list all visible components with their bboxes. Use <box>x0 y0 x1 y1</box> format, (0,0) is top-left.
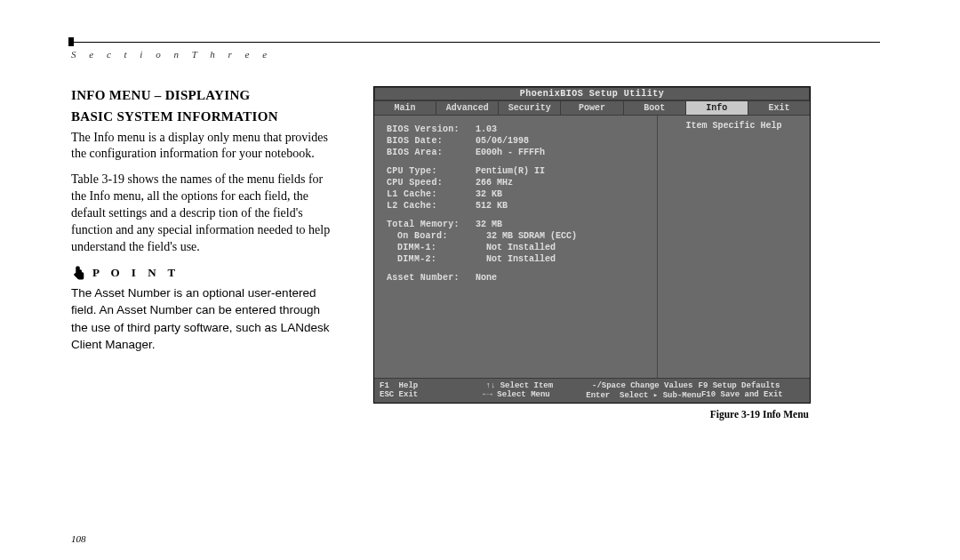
bios-footer-hint: Enter Select ▸ Sub-Menu <box>586 390 701 400</box>
bios-footer-hint: F9 Setup Defaults <box>699 381 805 390</box>
bios-field-value: 32 MB <box>476 220 502 229</box>
bios-title: PhoenixBIOS Setup Utility <box>374 87 810 100</box>
bios-field-label: Total Memory: <box>387 220 476 229</box>
bios-field-value: Pentium(R) II <box>476 166 545 176</box>
bios-field-value: Not Installed <box>486 243 556 252</box>
bios-row: BIOS Date:05/06/1998 <box>387 136 648 146</box>
point-body: The Asset Number is an optional user-ent… <box>71 284 338 354</box>
bios-field-label: CPU Type: <box>387 166 476 176</box>
bios-tab-advanced: Advanced <box>436 101 499 115</box>
bios-footer: F1 Help↑↓ Select Item-/Space Change Valu… <box>374 378 810 403</box>
bios-field-label: L1 Cache: <box>387 189 476 199</box>
bios-field-value: 266 MHz <box>476 178 513 188</box>
bios-field-value: 1.03 <box>476 124 497 134</box>
bios-tab-exit: Exit <box>748 101 810 115</box>
bios-field-label: BIOS Area: <box>387 148 476 157</box>
top-rule <box>71 42 880 43</box>
bios-row: CPU Type:Pentium(R) II <box>387 166 648 176</box>
heading-line1: INFO MENU – DISPLAYING <box>71 86 338 104</box>
bios-row: Total Memory:32 MB <box>387 220 648 229</box>
bios-footer-hint: ←→ Select Menu <box>483 390 586 400</box>
table-para: Table 3-19 shows the names of the menu f… <box>71 172 338 255</box>
bios-field-value: 32 KB <box>476 189 502 199</box>
intro-para: The Info menu is a display only menu tha… <box>71 130 338 164</box>
bios-field-label: BIOS Date: <box>387 136 476 146</box>
bios-tab-boot: Boot <box>624 101 686 115</box>
left-column: INFO MENU – DISPLAYING BASIC SYSTEM INFO… <box>71 86 338 420</box>
heading-line2: BASIC SYSTEM INFORMATION <box>71 108 338 125</box>
bios-help-title: Item Specific Help <box>665 121 803 131</box>
section-label: S e c t i o n T h r e e <box>71 49 880 60</box>
right-column: PhoenixBIOS Setup Utility MainAdvancedSe… <box>373 86 880 420</box>
bios-field-label: DIMM-2: <box>397 254 486 264</box>
bios-tabs: MainAdvancedSecurityPowerBootInfoExit <box>374 100 810 116</box>
bios-tab-security: Security <box>499 101 561 115</box>
bios-row: DIMM-1:Not Installed <box>387 243 648 252</box>
bios-footer-hint: F1 Help <box>380 381 486 390</box>
bios-row: L1 Cache:32 KB <box>387 189 648 199</box>
bios-footer-row: ESC Exit←→ Select MenuEnter Select ▸ Sub… <box>380 390 804 400</box>
bios-tab-info: Info <box>686 101 748 115</box>
bios-screenshot: PhoenixBIOS Setup Utility MainAdvancedSe… <box>373 86 811 404</box>
bios-field-value: Not Installed <box>486 254 556 264</box>
bios-field-label: On Board: <box>397 231 486 241</box>
hand-point-icon <box>71 265 87 281</box>
bios-row: BIOS Area:E000h - FFFFh <box>387 148 648 157</box>
bios-row: L2 Cache:512 KB <box>387 201 648 211</box>
bios-field-value: 05/06/1998 <box>476 136 529 146</box>
bios-field-label: CPU Speed: <box>387 178 476 188</box>
bios-field-label: Asset Number: <box>387 273 476 283</box>
bios-footer-row: F1 Help↑↓ Select Item-/Space Change Valu… <box>380 381 804 390</box>
bios-row: Asset Number:None <box>387 273 648 283</box>
bios-footer-hint: -/Space Change Values <box>592 381 699 390</box>
bios-info-panel: BIOS Version:1.03BIOS Date:05/06/1998BIO… <box>374 116 658 378</box>
point-label: P O I N T <box>92 265 180 281</box>
bios-row: BIOS Version:1.03 <box>387 124 648 134</box>
bios-row: DIMM-2:Not Installed <box>387 254 648 264</box>
bios-field-value: E000h - FFFFh <box>476 148 545 157</box>
bios-row: On Board:32 MB SDRAM (ECC) <box>387 231 648 241</box>
bios-field-label: L2 Cache: <box>387 201 476 211</box>
bios-tab-power: Power <box>561 101 623 115</box>
bios-footer-hint: ↑↓ Select Item <box>486 381 593 390</box>
bios-field-value: 512 KB <box>476 201 508 211</box>
bios-field-value: None <box>476 273 497 283</box>
rule-tick <box>68 37 74 46</box>
bios-field-label: DIMM-1: <box>397 243 486 252</box>
bios-field-label: BIOS Version: <box>387 124 476 134</box>
bios-help-panel: Item Specific Help <box>658 116 810 378</box>
figure-caption: Figure 3-19 Info Menu <box>373 409 809 420</box>
bios-row: CPU Speed:266 MHz <box>387 178 648 188</box>
bios-footer-hint: ESC Exit <box>380 390 483 400</box>
page-number: 108 <box>71 533 86 544</box>
bios-field-value: 32 MB SDRAM (ECC) <box>486 231 577 241</box>
bios-footer-hint: F10 Save and Exit <box>701 390 804 400</box>
bios-tab-main: Main <box>374 101 436 115</box>
